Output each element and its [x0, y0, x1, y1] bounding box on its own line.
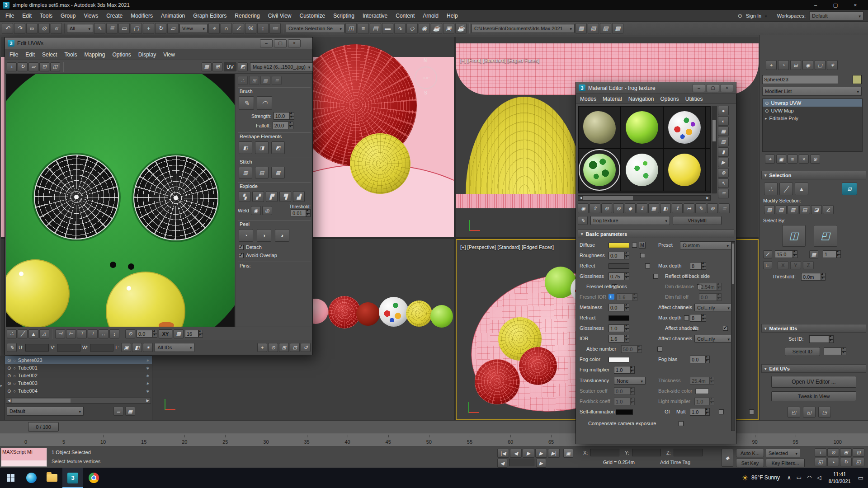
quick-peel-icon[interactable]: ◔: [239, 229, 253, 242]
select-id-field[interactable]: [824, 347, 846, 355]
select-object-icon[interactable]: ↖: [94, 23, 105, 34]
explode-4-icon[interactable]: ▜: [279, 191, 291, 202]
uv-vertex-mode-icon[interactable]: ∴: [7, 329, 17, 338]
explorer-row-sphere023[interactable]: Sphere023: [5, 356, 152, 364]
menu-item[interactable]: File: [6, 50, 22, 59]
minimize-button[interactable]: –: [693, 84, 705, 92]
sample-slot[interactable]: [621, 149, 663, 191]
menu-item[interactable]: Help: [443, 11, 462, 21]
diffuse-map-button[interactable]: M: [639, 242, 646, 249]
schematic-view-icon[interactable]: ◇: [406, 23, 418, 34]
uv-element-icon[interactable]: △: [39, 329, 49, 338]
pick-material-icon[interactable]: ✎: [695, 203, 706, 213]
close-button[interactable]: ×: [721, 84, 733, 92]
put-to-scene-icon[interactable]: ⇓: [637, 203, 647, 213]
uv-grid-size-field[interactable]: 16: [185, 330, 203, 338]
scroll-left-icon[interactable]: ◀: [578, 196, 583, 200]
timeline-tick[interactable]: 55: [467, 439, 472, 445]
fov-icon[interactable]: ◔: [827, 458, 839, 466]
timeline-tick[interactable]: 5: [62, 439, 65, 445]
tab-hierarchy[interactable]: ⊟: [790, 60, 801, 70]
show-end-result-icon[interactable]: ▣: [776, 155, 786, 164]
taskbar-clock[interactable]: 11:41 8/10/2021: [829, 471, 851, 485]
explode-1-icon[interactable]: ▚: [239, 191, 250, 202]
v-field[interactable]: [57, 344, 80, 352]
axis-y-button[interactable]: Y: [790, 261, 801, 269]
translucency-dropdown[interactable]: None: [614, 377, 646, 385]
weld-target-icon[interactable]: ◎: [262, 206, 272, 215]
reshape-2-icon[interactable]: ◨: [255, 141, 269, 154]
sign-in-caret-icon[interactable]: [765, 13, 767, 19]
render-flag-icon[interactable]: [146, 388, 150, 394]
sample-slot[interactable]: [578, 149, 621, 191]
fresnel-ior-lock-badge[interactable]: L: [609, 294, 614, 300]
uv-filter-faces-icon[interactable]: ◩: [238, 62, 248, 71]
gi-checkbox[interactable]: [749, 409, 754, 414]
reflect-glossiness-field[interactable]: 0.75: [609, 272, 629, 280]
time-slider-handle[interactable]: 0 / 100: [28, 422, 59, 432]
visibility-icon[interactable]: [7, 373, 11, 378]
dim-falloff-field[interactable]: 0.0: [699, 293, 722, 301]
menu-item[interactable]: Navigation: [625, 95, 657, 103]
space-v-icon[interactable]: ↕: [109, 329, 119, 338]
options2-icon[interactable]: ⊛: [707, 203, 718, 213]
menu-item[interactable]: Options: [657, 95, 682, 103]
menu-item[interactable]: Display: [135, 50, 160, 59]
stack-row-unwrap[interactable]: Unwrap UVW: [763, 99, 862, 107]
backside-color-swatch[interactable]: [695, 389, 709, 394]
show-map-in-viewport-icon[interactable]: ▦: [648, 203, 659, 213]
sample-slot[interactable]: [578, 106, 621, 149]
samples-hscrollbar[interactable]: ◀ ▶: [578, 195, 711, 201]
selection-rollout-header[interactable]: ▾Selection: [761, 171, 866, 179]
maxscript-mini-listener[interactable]: MAXScript Mi: [1, 448, 47, 467]
material-editor-icon[interactable]: ◉: [419, 23, 430, 34]
scroll-right-icon[interactable]: ▶: [705, 196, 710, 200]
angle-snap-icon[interactable]: ∠: [233, 23, 244, 34]
menu-item[interactable]: File: [2, 11, 18, 21]
backlight-icon[interactable]: ◐: [718, 116, 729, 126]
reshape-3-icon[interactable]: ◩: [271, 141, 285, 154]
uv-edge-mode-icon[interactable]: ╱: [18, 329, 28, 338]
reflect-max-depth-field[interactable]: 8: [690, 262, 706, 270]
render-flag-icon[interactable]: [146, 380, 150, 386]
render-production-icon[interactable]: ☕: [455, 23, 467, 34]
go-end-icon[interactable]: ▶|: [548, 449, 560, 458]
unlink-icon[interactable]: ⊘: [38, 23, 50, 34]
viewcube-compass[interactable]: TOP: [415, 66, 437, 89]
peel-section-header[interactable]: Peel: [238, 220, 311, 228]
explorer-expand-icon[interactable]: ▸: [0, 384, 2, 388]
diffuse-map-checkbox[interactable]: [632, 243, 637, 248]
strength-field[interactable]: 10.0: [274, 112, 294, 120]
action-center-icon[interactable]: ▭: [858, 474, 863, 481]
timeline-tick[interactable]: 50: [426, 439, 432, 445]
timeline-tick[interactable]: 15: [141, 439, 146, 445]
params-vscrollbar[interactable]: [731, 241, 735, 431]
menu-item[interactable]: Tools: [61, 50, 80, 59]
reflect-color-swatch[interactable]: [609, 263, 629, 269]
select-by-material-icon[interactable]: ↖: [718, 178, 729, 188]
reshape-1-icon[interactable]: ◧: [239, 141, 252, 154]
roughness-map-checkbox[interactable]: [640, 253, 645, 258]
menu-item[interactable]: Graph Editors: [189, 11, 230, 21]
affect-channels-2-dropdown[interactable]: Col...nly: [694, 335, 732, 343]
uv-zoom-icon[interactable]: ⊙: [268, 343, 278, 352]
wifi-icon[interactable]: ◠: [807, 474, 811, 481]
pelt-map-icon[interactable]: ◕: [275, 229, 289, 242]
stitch-target-icon[interactable]: ▦: [271, 167, 285, 178]
stack-row-editablepoly[interactable]: ▸Editable Poly: [763, 114, 862, 122]
stitch-custom-icon[interactable]: ▥: [239, 167, 252, 178]
uv-soft-c-icon[interactable]: ▦: [260, 76, 270, 85]
key-filters-button[interactable]: Key Filters...: [766, 459, 805, 467]
reset-map-icon[interactable]: ⊗: [613, 203, 624, 213]
align-left-icon[interactable]: ⊣: [55, 329, 65, 338]
uv-lock-selection-icon[interactable]: ▣: [121, 343, 131, 352]
timeline-tick[interactable]: 10: [100, 439, 106, 445]
map-texture-dropdown[interactable]: Map #12 (6...1500_.jpg): [250, 62, 313, 71]
tray-expand-icon[interactable]: ∧: [787, 474, 791, 481]
falloff-field[interactable]: 20.0: [273, 122, 293, 129]
timeline-tick[interactable]: 0: [24, 439, 27, 445]
tab-motion[interactable]: ◉: [802, 60, 813, 70]
pin-stack-icon[interactable]: ⌖: [765, 155, 775, 164]
material-ids-rollout-header[interactable]: ▾Material IDs: [761, 324, 866, 333]
axis-x-button[interactable]: X: [778, 261, 788, 269]
